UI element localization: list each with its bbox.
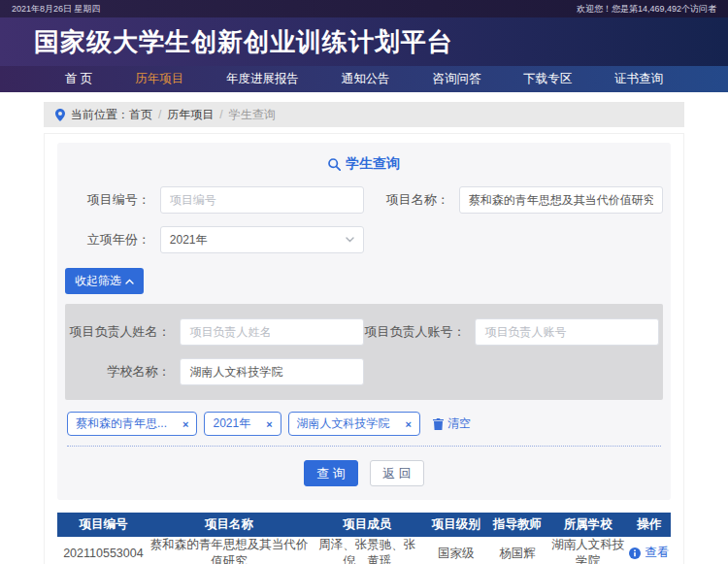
col-teacher: 指导教师: [486, 513, 547, 537]
view-link[interactable]: 查看: [629, 545, 669, 561]
advanced-filter-panel: 项目负责人姓名： 项目负责人账号： 学校名称：: [65, 304, 663, 400]
breadcrumb-past-projects[interactable]: 历年项目: [167, 107, 214, 123]
site-banner: 国家级大学生创新创业训练计划平台: [0, 17, 728, 66]
breadcrumb-prefix: 当前位置：: [71, 107, 129, 123]
nav-item-downloads[interactable]: 下载专区: [523, 71, 572, 87]
search-icon: [328, 158, 341, 171]
filter-tag-project-name: 蔡和森的青年思... ×: [67, 412, 197, 436]
tag-close-icon[interactable]: ×: [406, 418, 412, 430]
project-code-input[interactable]: [160, 186, 364, 214]
breadcrumb-home[interactable]: 首页: [129, 107, 152, 123]
cell-project-name: 蔡和森的青年思想及其当代价值研究: [149, 537, 309, 564]
school-name-label: 学校名称：: [69, 363, 180, 381]
current-date: 2021年8月26日 星期四: [12, 3, 101, 16]
school-name-input[interactable]: [180, 358, 364, 385]
leader-name-label: 项目负责人姓名：: [69, 323, 180, 341]
topbar: 2021年8月26日 星期四 欢迎您！您是第14,469,492个访问者: [0, 0, 728, 17]
cell-members: 周泽、张景驰、张倪、黄瑶: [309, 537, 425, 564]
year-select[interactable]: 2021年: [160, 226, 364, 253]
visitor-counter: 欢迎您！您是第14,469,492个访问者: [577, 3, 716, 16]
col-school: 所属学校: [548, 513, 628, 537]
results-table: 项目编号 项目名称 项目成员 项目级别 指导教师 所属学校 操作 2021105…: [57, 513, 671, 564]
field-year: 立项年份： 2021年: [65, 226, 364, 253]
nav-item-notices[interactable]: 通知公告: [342, 71, 390, 87]
tag-close-icon[interactable]: ×: [266, 418, 272, 430]
view-link-label: 查看: [645, 545, 669, 561]
trash-icon: [433, 418, 444, 430]
back-button[interactable]: 返 回: [370, 460, 424, 486]
chevron-down-icon: [346, 237, 354, 243]
location-pin-icon: [55, 109, 65, 121]
site-title: 国家级大学生创新创业训练计划平台: [34, 25, 453, 59]
leader-account-label: 项目负责人账号：: [364, 323, 475, 341]
cell-project-code: 202110553004: [57, 537, 149, 564]
nav-item-home[interactable]: 首 页: [65, 71, 92, 87]
project-name-label: 项目名称：: [364, 191, 459, 209]
col-project-code: 项目编号: [57, 513, 149, 537]
field-project-name: 项目名称：: [364, 186, 663, 214]
content-card: 学生查询 项目编号： 项目名称： 立项年份： 2021年: [44, 133, 684, 564]
year-label: 立项年份：: [65, 231, 160, 249]
nav-item-certificates[interactable]: 证书查询: [614, 71, 663, 87]
col-project-name: 项目名称: [149, 513, 309, 537]
cell-school: 湖南人文科技学院: [548, 537, 628, 564]
cell-level: 国家级: [425, 537, 486, 564]
year-select-value: 2021年: [170, 232, 208, 249]
field-school-name: 学校名称：: [69, 358, 364, 385]
col-members: 项目成员: [309, 513, 425, 537]
tag-close-icon[interactable]: ×: [182, 418, 188, 430]
project-name-input[interactable]: [459, 186, 663, 214]
form-title: 学生查询: [65, 155, 663, 173]
breadcrumb-student-query: 学生查询: [229, 107, 276, 123]
search-form-panel: 学生查询 项目编号： 项目名称： 立项年份： 2021年: [57, 143, 671, 500]
chevron-up-icon: [125, 279, 134, 284]
form-title-text: 学生查询: [346, 155, 400, 173]
collapse-filter-button[interactable]: 收起筛选: [65, 268, 144, 294]
table-row: 202110553004 蔡和森的青年思想及其当代价值研究 周泽、张景驰、张倪、…: [57, 537, 671, 564]
leader-name-input[interactable]: [180, 318, 364, 346]
cell-teacher: 杨国辉: [486, 537, 547, 564]
info-icon: [629, 547, 641, 559]
query-button[interactable]: 查 询: [304, 460, 358, 486]
field-leader-name: 项目负责人姓名：: [69, 318, 364, 346]
filter-tag-year: 2021年 ×: [204, 412, 281, 436]
nav-item-qa[interactable]: 咨询问答: [433, 71, 481, 87]
nav-item-annual-report[interactable]: 年度进展报告: [226, 71, 299, 87]
table-header-row: 项目编号 项目名称 项目成员 项目级别 指导教师 所属学校 操作: [57, 513, 671, 537]
col-action: 操作: [628, 513, 671, 537]
nav-item-past-projects[interactable]: 历年项目: [135, 71, 183, 87]
field-leader-account: 项目负责人账号：: [364, 318, 659, 346]
filter-tags: 蔡和森的青年思... × 2021年 × 湖南人文科技学院 × 清空: [67, 412, 663, 436]
leader-account-input[interactable]: [475, 318, 659, 346]
main-nav: 首 页 历年项目 年度进展报告 通知公告 咨询问答 下载专区 证书查询: [0, 66, 728, 92]
filter-tag-school: 湖南人文科技学院 ×: [288, 412, 420, 436]
clear-filters-label: 清空: [447, 415, 471, 432]
collapse-filter-label: 收起筛选: [75, 273, 121, 289]
col-level: 项目级别: [425, 513, 486, 537]
field-project-code: 项目编号：: [65, 186, 364, 214]
clear-filters-button[interactable]: 清空: [433, 415, 471, 432]
breadcrumb: 当前位置： 首页 / 历年项目 / 学生查询: [44, 102, 684, 127]
project-code-label: 项目编号：: [65, 191, 160, 209]
dotted-divider: [67, 446, 661, 447]
